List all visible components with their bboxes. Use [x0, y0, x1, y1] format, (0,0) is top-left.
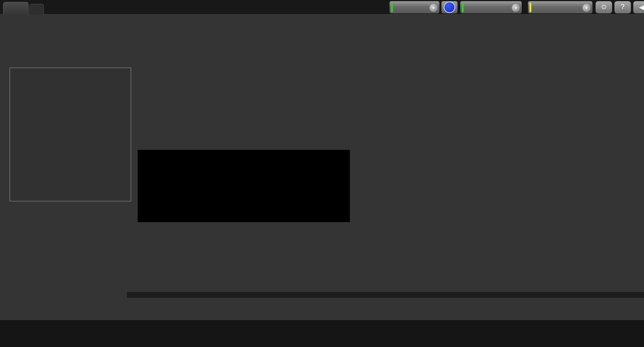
- chevron-left-icon: ◀: [639, 3, 644, 11]
- new-tab-button[interactable]: [29, 4, 44, 15]
- chevron-down-icon: ▼: [582, 4, 591, 12]
- tab-history-1[interactable]: [3, 2, 28, 15]
- meter-status-indicator: [391, 3, 393, 12]
- cie-diagram-panel: [354, 19, 644, 229]
- deltae-chart: [10, 68, 131, 201]
- help-button[interactable]: ?: [614, 1, 631, 14]
- meter-device-dropdown[interactable]: ▼: [389, 1, 440, 14]
- collapse-panel-button[interactable]: ◀: [633, 1, 644, 14]
- meter-count-badge: [441, 1, 458, 14]
- display-control-dropdown[interactable]: ▼: [528, 1, 593, 14]
- patch-compare-strip: [138, 150, 350, 222]
- source-status-indicator: [462, 3, 464, 12]
- pattern-button-bar: [0, 320, 644, 347]
- pattern-source-dropdown[interactable]: ▼: [460, 1, 522, 14]
- help-icon: ?: [621, 3, 625, 11]
- measurement-table: [121, 219, 644, 292]
- badge-value: [444, 2, 455, 13]
- chevron-down-icon: ▼: [429, 4, 438, 12]
- app-window: ▼ ▼ ▼ ⚙ ? ◀: [0, 0, 644, 347]
- settings-button[interactable]: ⚙: [595, 1, 612, 14]
- top-bar: ▼ ▼ ▼ ⚙ ? ◀: [0, 0, 644, 15]
- display-status-indicator: [529, 3, 531, 12]
- chevron-down-icon: ▼: [512, 4, 520, 12]
- gear-icon: ⚙: [601, 3, 607, 11]
- table-scrollbar[interactable]: [127, 292, 644, 298]
